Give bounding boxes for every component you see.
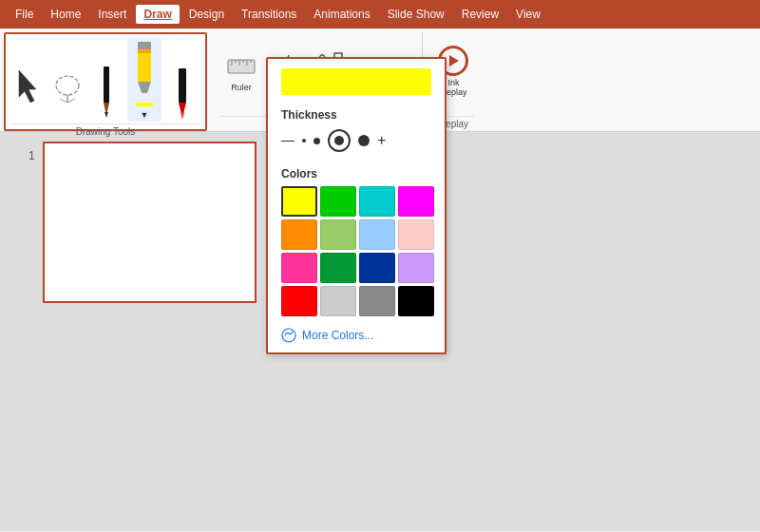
- thickness-thin[interactable]: [281, 141, 294, 142]
- svg-rect-10: [136, 103, 153, 106]
- colors-section-title: Colors: [268, 160, 445, 184]
- color-swatch-yellow[interactable]: [281, 186, 317, 217]
- replay-triangle-icon: [449, 55, 459, 66]
- color-swatch-lavender[interactable]: [398, 253, 434, 283]
- slide-thumbnail[interactable]: [43, 142, 256, 303]
- svg-point-1: [56, 76, 79, 95]
- menu-file[interactable]: File: [8, 5, 41, 24]
- menu-design[interactable]: Design: [181, 5, 232, 24]
- svg-marker-13: [180, 112, 184, 120]
- color-swatch-magenta[interactable]: [398, 186, 434, 217]
- svg-rect-3: [104, 66, 109, 103]
- thickness-section-title: Thickness: [268, 101, 445, 125]
- menu-slideshow[interactable]: Slide Show: [380, 5, 452, 24]
- ruler-label: Ruler: [231, 83, 252, 92]
- colors-grid: [268, 184, 445, 322]
- highlighter-color-indicator: [134, 102, 155, 107]
- thickness-row: +: [268, 125, 445, 160]
- menu-insert[interactable]: Insert: [90, 5, 134, 24]
- pen3-icon: [174, 66, 191, 120]
- svg-point-25: [282, 329, 295, 342]
- color-swatch-green[interactable]: [320, 186, 356, 217]
- color-swatch-darkblue[interactable]: [359, 253, 395, 283]
- ruler-icon: [226, 50, 256, 81]
- menu-view[interactable]: View: [508, 5, 548, 24]
- color-swatch-gray[interactable]: [359, 286, 395, 316]
- slide-number: 1: [28, 149, 35, 162]
- more-colors-button[interactable]: More Colors...: [268, 322, 445, 345]
- highlighter-dropdown: Thickness + Colors: [266, 57, 446, 354]
- menu-animations[interactable]: Animations: [306, 5, 377, 24]
- menu-review[interactable]: Review: [454, 5, 506, 24]
- thickness-dot-sm[interactable]: [302, 139, 306, 142]
- svg-marker-0: [19, 70, 36, 103]
- menu-transitions[interactable]: Transitions: [234, 5, 304, 24]
- more-colors-icon: [281, 328, 296, 343]
- svg-marker-5: [104, 112, 108, 118]
- drawing-tools-label: Drawing Tools: [11, 124, 200, 137]
- color-swatch-orange[interactable]: [281, 219, 317, 250]
- thickness-dot-md[interactable]: [314, 138, 320, 144]
- color-swatch-lightgray[interactable]: [320, 286, 356, 316]
- thickness-dot-lg-selected[interactable]: [328, 129, 351, 152]
- menu-draw[interactable]: Draw: [136, 5, 179, 24]
- color-swatch-lightblue[interactable]: [359, 219, 395, 250]
- thickness-selected-inner: [334, 136, 344, 145]
- menu-home[interactable]: Home: [43, 5, 88, 24]
- ruler-button[interactable]: Ruler: [220, 38, 262, 104]
- highlighter-tool-button[interactable]: ▼: [127, 38, 162, 122]
- color-swatch-black[interactable]: [398, 286, 434, 316]
- thickness-plus-button[interactable]: +: [377, 132, 386, 149]
- more-colors-label: More Colors...: [302, 329, 373, 342]
- highlighter-icon: [134, 40, 155, 95]
- color-swatch-red[interactable]: [281, 286, 317, 316]
- color-preview-bar: [281, 68, 431, 95]
- color-swatch-pink[interactable]: [398, 219, 434, 250]
- color-swatch-hotpink[interactable]: [281, 253, 317, 283]
- thickness-dot-xl[interactable]: [358, 135, 370, 146]
- lasso-tool-button[interactable]: [49, 61, 86, 122]
- color-swatch-lightgreen[interactable]: [320, 219, 356, 250]
- pen3-tool-button[interactable]: [165, 61, 200, 122]
- svg-rect-9: [138, 42, 151, 49]
- pen1-icon: [98, 65, 115, 120]
- color-swatch-darkgreen[interactable]: [320, 253, 356, 283]
- pen1-tool-button[interactable]: [89, 61, 124, 122]
- select-tool-button[interactable]: [11, 61, 46, 122]
- color-swatch-cyan[interactable]: [359, 186, 395, 217]
- menu-bar: File Home Insert Draw Design Transitions…: [0, 0, 760, 28]
- arrow-select-icon: [15, 68, 42, 103]
- lasso-icon: [53, 68, 82, 103]
- svg-rect-11: [179, 68, 186, 103]
- svg-marker-8: [138, 82, 151, 93]
